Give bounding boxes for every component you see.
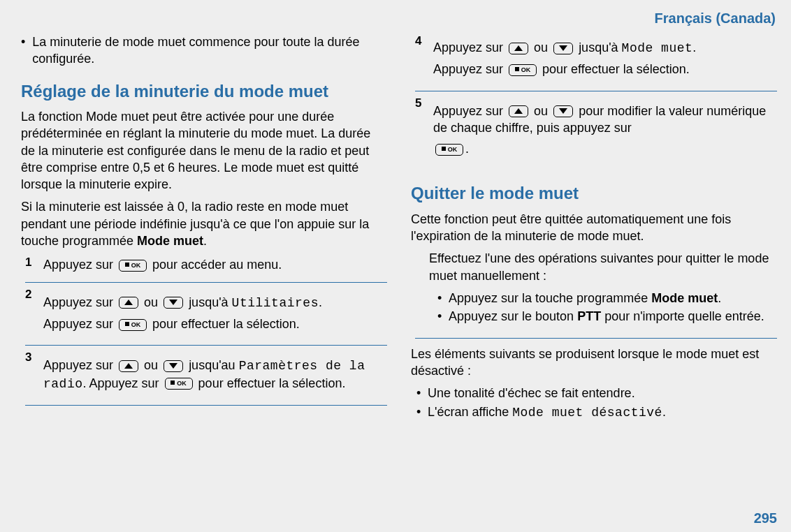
up-arrow-icon	[119, 360, 138, 372]
text: pour n'importe quelle entrée.	[601, 309, 764, 323]
box-bullets: Appuyez sur la touche programmée Mode mu…	[432, 290, 777, 325]
mode-muet-label: Mode muet	[137, 234, 203, 248]
svg-marker-7	[559, 108, 567, 114]
step-number: 2	[25, 287, 31, 303]
list-item: Appuyez sur le bouton PTT pour n'importe…	[449, 308, 777, 325]
ok-button-icon: OK	[119, 319, 147, 331]
text: .	[203, 234, 207, 248]
step-2: 2 Appuyez sur ou jusqu'à Utilitaires. Ap…	[25, 283, 387, 346]
top-bullet: • La minuterie de mode muet commence pou…	[21, 34, 387, 68]
step-number: 3	[25, 350, 31, 366]
text: .	[319, 295, 322, 309]
svg-marker-5	[559, 45, 567, 51]
ok-button-icon: OK	[165, 378, 193, 390]
down-arrow-icon	[164, 360, 183, 372]
paragraph: Si la minuterie est laissée à 0, la radi…	[21, 198, 387, 249]
svg-marker-6	[514, 108, 523, 114]
text: Appuyez sur	[43, 317, 117, 331]
text: jusqu'à	[189, 295, 231, 309]
svg-marker-3	[169, 363, 177, 369]
ok-button-icon: OK	[509, 64, 537, 76]
text: pour effectuer la sélection.	[198, 376, 346, 390]
up-arrow-icon	[509, 105, 528, 117]
section-heading-quit: Quitter le mode muet	[411, 182, 777, 205]
box-intro: Effectuez l'une des opérations suivantes…	[429, 250, 777, 284]
text: .	[465, 142, 469, 156]
paragraph: Cette fonction peut être quittée automat…	[411, 211, 777, 245]
up-arrow-icon	[119, 297, 138, 309]
step-number: 5	[415, 96, 421, 112]
steps-list-left: 1 Appuyez sur OK pour accéder au menu. 2…	[25, 255, 387, 405]
list-item: Appuyez sur la touche programmée Mode mu…	[449, 290, 777, 306]
svg-marker-0	[124, 300, 133, 305]
text: ou	[534, 104, 551, 118]
steps-list-right: 4 Appuyez sur ou jusqu'à Mode muet. Appu…	[415, 34, 777, 170]
svg-marker-4	[514, 45, 523, 51]
step-1: 1 Appuyez sur OK pour accéder au menu.	[25, 255, 387, 282]
manual-quit-box: Effectuez l'une des opérations suivantes…	[415, 250, 777, 338]
screen-message: Mode muet désactivé	[512, 406, 662, 420]
text: ou	[144, 295, 161, 309]
document-page: Français (Canada) • La minuterie de mode…	[0, 0, 791, 532]
bullet-marker: •	[21, 34, 25, 68]
page-header-language: Français (Canada)	[21, 10, 777, 27]
text: L'écran affiche	[428, 405, 512, 419]
menu-mode-muet: Mode muet	[622, 41, 693, 55]
text: ou	[144, 358, 161, 372]
down-arrow-icon	[164, 297, 183, 309]
step-4: 4 Appuyez sur ou jusqu'à Mode muet. Appu…	[415, 34, 777, 91]
list-item: L'écran affiche Mode muet désactivé.	[428, 404, 777, 421]
text: Appuyez sur	[433, 40, 507, 54]
paragraph: Les éléments suivants se produisent lors…	[411, 346, 777, 380]
down-arrow-icon	[553, 105, 573, 117]
text: .	[692, 40, 696, 54]
menu-utilitaires: Utilitaires	[232, 296, 319, 310]
up-arrow-icon	[509, 43, 528, 54]
list-item: Une tonalité d'échec se fait entendre.	[428, 385, 777, 401]
step-number: 4	[415, 34, 421, 50]
right-column: 4 Appuyez sur ou jusqu'à Mode muet. Appu…	[411, 34, 777, 424]
text: Appuyez sur	[43, 295, 117, 309]
text: Appuyez sur le bouton	[449, 309, 577, 323]
text: .	[718, 291, 721, 305]
ptt-label: PTT	[577, 309, 601, 323]
text: pour effectuer la sélection.	[152, 317, 300, 331]
two-column-layout: • La minuterie de mode muet commence pou…	[21, 34, 777, 424]
mode-muet-label: Mode muet	[651, 291, 718, 305]
text: pour accéder au menu.	[152, 258, 282, 272]
text: . Appuyez sur	[83, 376, 163, 390]
step-3: 3 Appuyez sur ou jusqu'au Paramètres de …	[25, 346, 387, 406]
page-number: 295	[754, 510, 777, 526]
text: Appuyez sur	[433, 104, 507, 118]
text: Appuyez sur	[43, 258, 117, 272]
text: jusqu'à	[579, 40, 621, 54]
text: ou	[534, 40, 551, 54]
section-heading-timer: Réglage de la minuterie du mode muet	[21, 80, 387, 103]
text: .	[662, 405, 666, 419]
svg-marker-1	[169, 300, 177, 305]
ok-button-icon: OK	[435, 144, 463, 156]
text: Appuyez sur la touche programmée	[449, 291, 651, 305]
text: pour effectuer la sélection.	[542, 62, 690, 76]
result-bullets: Une tonalité d'échec se fait entendre. L…	[411, 385, 777, 421]
left-column: • La minuterie de mode muet commence pou…	[21, 34, 387, 424]
step-5: 5 Appuyez sur ou pour modifier la valeur…	[415, 91, 777, 170]
paragraph: La fonction Mode muet peut être activée …	[21, 108, 387, 193]
text: jusqu'au	[189, 358, 239, 372]
top-bullet-text: La minuterie de mode muet commence pour …	[32, 34, 387, 68]
down-arrow-icon	[553, 43, 573, 54]
step-number: 1	[25, 255, 31, 271]
text: Appuyez sur	[43, 358, 117, 372]
text: Appuyez sur	[433, 62, 507, 76]
ok-button-icon: OK	[119, 260, 147, 272]
svg-marker-2	[124, 363, 133, 369]
